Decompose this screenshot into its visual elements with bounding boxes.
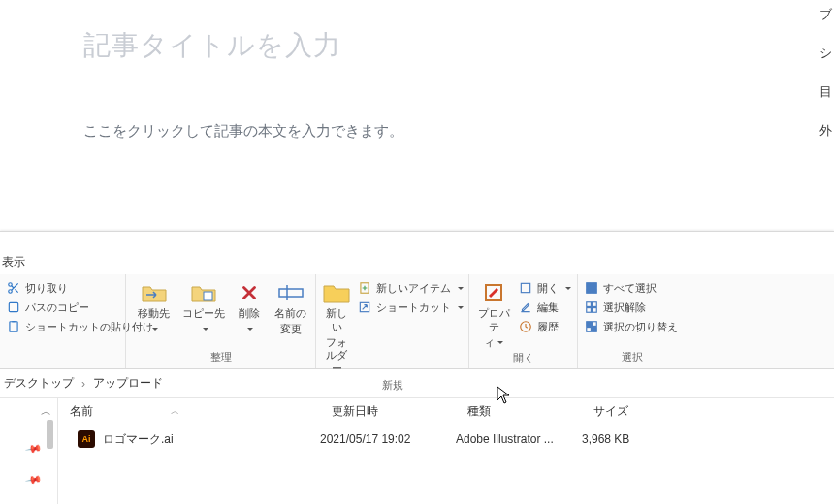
shortcut-icon xyxy=(357,299,372,315)
new-folder-label-2: フォルダー xyxy=(322,336,351,376)
collapse-icon[interactable]: ︿ xyxy=(41,404,51,419)
new-item-icon xyxy=(357,280,372,296)
file-list: 名前 ︿ 更新日時 種類 サイズ Ai ロゴマーク.ai 2021/05/17 … xyxy=(58,398,834,504)
select-none-icon xyxy=(584,299,599,315)
open-group-label: 開く xyxy=(475,349,571,369)
new-item-label: 新しいアイテム xyxy=(376,281,451,296)
column-name[interactable]: 名前 ︿ xyxy=(58,403,320,420)
new-folder-icon xyxy=(322,280,351,305)
pin-icon: 📌 xyxy=(25,471,44,489)
chevron-down-icon xyxy=(455,282,464,294)
rename-label-2: 変更 xyxy=(280,323,302,336)
svg-rect-9 xyxy=(521,283,529,292)
chevron-down-icon xyxy=(200,323,208,336)
file-row[interactable]: Ai ロゴマーク.ai 2021/05/17 19:02 Adobe Illus… xyxy=(58,425,834,453)
svg-rect-12 xyxy=(593,283,597,288)
open-cmd-label: 開く xyxy=(537,281,559,296)
select-none-label: 選択解除 xyxy=(603,300,646,315)
svg-rect-17 xyxy=(587,308,592,313)
file-explorer: 表示 切り取り パスのコピー xyxy=(0,231,834,504)
ribbon-group-open: プロパテ ィ 開く 編集 xyxy=(469,274,578,368)
chevron-down-icon xyxy=(244,323,253,336)
chevron-right-icon: › xyxy=(81,377,85,391)
select-none-button[interactable]: 選択解除 xyxy=(584,299,678,315)
path-icon xyxy=(6,299,21,315)
organize-group-label: 整理 xyxy=(132,348,309,368)
history-button[interactable]: 履歴 xyxy=(518,319,571,334)
move-to-label: 移動先 xyxy=(138,307,170,321)
column-date[interactable]: 更新日時 xyxy=(320,403,456,420)
cut-label: 切り取り xyxy=(25,281,68,296)
ribbon-tabs: 表示 xyxy=(0,232,834,274)
invert-selection-button[interactable]: 選択の切り替え xyxy=(584,319,678,334)
move-to-button[interactable]: 移動先 xyxy=(132,278,176,336)
svg-point-1 xyxy=(9,290,13,294)
edit-cmd-label: 編集 xyxy=(537,300,559,315)
properties-label-1: プロパテ xyxy=(475,307,512,334)
new-group-label: 新規 xyxy=(322,376,463,396)
history-icon xyxy=(518,319,533,334)
side-link-0[interactable]: ブ xyxy=(819,6,832,23)
ai-file-icon: Ai xyxy=(78,430,95,448)
svg-rect-21 xyxy=(587,328,592,332)
file-pane: ︿ 📌 📌 名前 ︿ 更新日時 種類 サイズ Ai ロゴマーク.ai xyxy=(0,398,834,504)
delete-button[interactable]: 削除 xyxy=(232,278,266,336)
open-command-button[interactable]: 開く xyxy=(518,280,571,296)
tab-view[interactable]: 表示 xyxy=(0,248,33,274)
rename-button[interactable]: 名前の 変更 xyxy=(272,278,309,336)
file-type: Adobe Illustrator ... xyxy=(456,432,582,446)
edit-command-button[interactable]: 編集 xyxy=(518,299,571,315)
chevron-down-icon xyxy=(562,282,571,294)
chevron-down-icon xyxy=(495,336,503,348)
column-headers[interactable]: 名前 ︿ 更新日時 種類 サイズ xyxy=(58,398,834,425)
svg-rect-14 xyxy=(593,289,597,294)
open-icon xyxy=(518,280,533,296)
invert-selection-label: 選択の切り替え xyxy=(603,320,678,334)
side-link-3[interactable]: 外 xyxy=(819,122,832,140)
ribbon-group-clipboard: 切り取り パスのコピー ショートカットの貼り付け xyxy=(0,274,126,368)
new-shortcut-button[interactable]: ショートカット xyxy=(357,299,464,315)
edit-icon xyxy=(518,299,533,315)
breadcrumb-item-desktop[interactable]: デスクトップ xyxy=(4,375,74,392)
column-type[interactable]: 種類 xyxy=(456,403,582,420)
svg-rect-2 xyxy=(9,302,17,311)
copy-to-icon xyxy=(189,280,218,305)
new-folder-button[interactable]: 新しい フォルダー xyxy=(322,278,351,376)
breadcrumb-item-upload[interactable]: アップロード xyxy=(93,375,163,392)
file-date: 2021/05/17 19:02 xyxy=(320,432,456,446)
side-panel: ブ シ 目 外 xyxy=(819,6,832,161)
copy-to-button[interactable]: コピー先 xyxy=(182,278,227,336)
new-folder-label-1: 新しい xyxy=(322,307,351,334)
svg-rect-20 xyxy=(593,322,597,327)
article-title-input[interactable]: 記事タイトルを入力 xyxy=(83,27,834,64)
ribbon-group-new: 新しい フォルダー 新しいアイテム ショ xyxy=(316,274,469,368)
side-link-1[interactable]: シ xyxy=(819,45,832,62)
history-label: 履歴 xyxy=(537,320,559,334)
copy-path-label: パスのコピー xyxy=(25,300,89,315)
properties-button[interactable]: プロパテ ィ xyxy=(475,278,512,349)
select-all-button[interactable]: すべて選択 xyxy=(584,280,678,296)
new-item-button[interactable]: 新しいアイテム xyxy=(357,280,464,296)
svg-rect-13 xyxy=(587,289,592,294)
svg-rect-22 xyxy=(593,328,597,332)
move-to-icon xyxy=(140,280,169,305)
scissors-icon xyxy=(6,280,21,296)
nav-tree[interactable]: ︿ 📌 📌 xyxy=(0,398,58,504)
file-name: ロゴマーク.ai xyxy=(103,431,174,448)
copy-to-label: コピー先 xyxy=(182,307,225,321)
ribbon: 切り取り パスのコピー ショートカットの貼り付け xyxy=(0,274,834,369)
article-body-input[interactable]: ここをクリックして記事の本文を入力できます。 xyxy=(83,122,834,141)
svg-rect-15 xyxy=(587,302,592,307)
ribbon-group-select: すべて選択 選択解除 選択の切り替え xyxy=(578,274,687,368)
rename-label-1: 名前の xyxy=(274,307,306,321)
select-all-label: すべて選択 xyxy=(603,281,657,296)
column-size[interactable]: サイズ xyxy=(582,403,698,420)
svg-rect-4 xyxy=(204,292,212,300)
svg-rect-11 xyxy=(587,283,592,288)
svg-rect-16 xyxy=(593,302,597,307)
scrollbar[interactable] xyxy=(47,420,53,449)
ribbon-group-organize: 移動先 コピー先 削除 xyxy=(126,274,316,368)
properties-icon xyxy=(479,280,508,305)
select-all-icon xyxy=(584,280,599,296)
side-link-2[interactable]: 目 xyxy=(819,83,832,101)
